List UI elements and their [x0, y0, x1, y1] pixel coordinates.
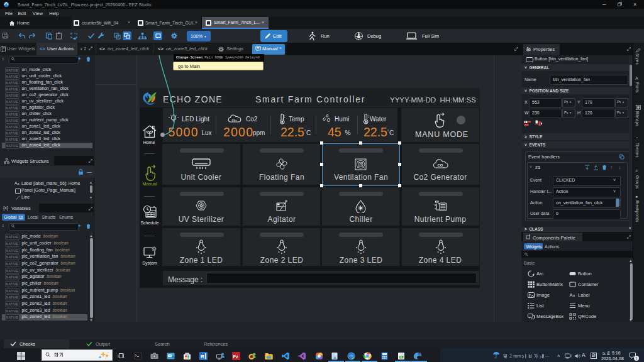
- svg-text:a: a: [573, 293, 575, 297]
- svg-text:A: A: [570, 292, 573, 298]
- svg-text:R: R: [201, 354, 204, 359]
- svg-text:Fz: Fz: [233, 354, 239, 359]
